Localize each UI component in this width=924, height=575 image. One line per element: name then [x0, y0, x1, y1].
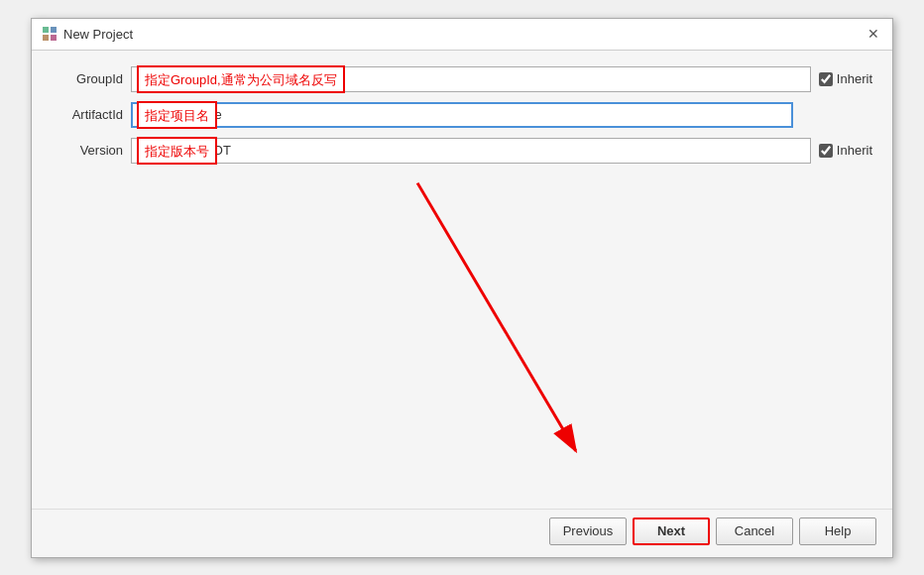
groupid-inherit-checkbox[interactable] [819, 72, 833, 86]
svg-rect-1 [51, 27, 57, 33]
groupid-input[interactable] [131, 66, 811, 92]
close-button[interactable]: ✕ [865, 25, 882, 43]
version-label: Version [52, 143, 123, 158]
groupid-row: GroupId 指定GroupId,通常为公司域名反写 Inherit [52, 66, 872, 92]
artifactid-input[interactable] [131, 102, 793, 128]
version-inherit: Inherit [819, 143, 872, 158]
version-inherit-label: Inherit [837, 143, 872, 158]
arrow-area [52, 173, 872, 499]
content-area: GroupId 指定GroupId,通常为公司域名反写 Inherit Arti… [32, 51, 892, 509]
groupid-input-wrapper: 指定GroupId,通常为公司域名反写 [131, 66, 811, 92]
new-project-dialog: New Project ✕ GroupId 指定GroupId,通常为公司域名反… [31, 18, 893, 558]
version-input[interactable] [131, 138, 811, 164]
groupid-inherit-label: Inherit [837, 71, 872, 86]
version-input-wrapper: 指定版本号 [131, 138, 811, 164]
previous-button[interactable]: Previous [549, 518, 627, 545]
footer: Previous Next Cancel Help [32, 509, 892, 557]
window-title: New Project [63, 27, 133, 42]
cancel-button[interactable]: Cancel [716, 518, 793, 545]
svg-rect-0 [43, 27, 49, 33]
version-inherit-checkbox[interactable] [819, 144, 833, 158]
titlebar-left: New Project [42, 26, 133, 42]
window-icon [42, 26, 58, 42]
groupid-label: GroupId [52, 71, 123, 86]
svg-line-5 [417, 182, 576, 450]
artifactid-row: ArtifactId 指定项目名 [52, 102, 872, 128]
arrow-svg [52, 173, 872, 499]
svg-rect-2 [43, 35, 49, 41]
next-button[interactable]: Next [633, 518, 710, 545]
titlebar: New Project ✕ [32, 19, 892, 51]
svg-rect-3 [51, 35, 57, 41]
groupid-inherit: Inherit [819, 71, 872, 86]
artifactid-label: ArtifactId [52, 107, 123, 122]
help-button[interactable]: Help [799, 518, 876, 545]
version-row: Version 指定版本号 Inherit [52, 138, 872, 164]
artifactid-input-wrapper: 指定项目名 [131, 102, 793, 128]
